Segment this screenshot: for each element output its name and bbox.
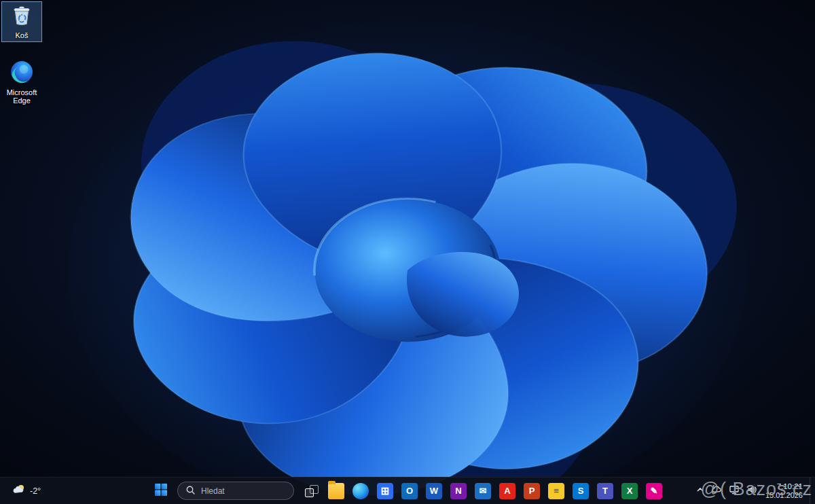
edge-icon [352,483,369,499]
windows-logo-icon [155,484,167,498]
powerpoint-icon: P [524,483,540,499]
taskbar-app-excel[interactable]: X [618,480,641,503]
skype-icon: S [573,483,589,499]
desktop-icons: Koš [1,1,42,107]
desktop-icon-recycle-bin[interactable]: Koš [1,1,42,42]
weather-icon [12,483,26,499]
taskbar-apps: ⊞OWN✉AP≡STX✎ [300,480,666,503]
chevron-up-icon [696,486,704,496]
teams-icon: T [597,483,613,499]
taskbar-app-onenote[interactable]: N [447,480,470,503]
taskbar-right: 7:10:21 15.01.2026 [693,478,815,504]
taskbar-center: ⊞OWN✉AP≡STX✎ [149,478,666,504]
acrobat-icon: A [499,483,515,499]
onenote-icon: N [450,483,467,499]
task-view-icon [304,483,320,499]
weather-widget[interactable]: -2° [7,480,46,503]
weather-temp: -2° [30,486,41,496]
taskbar-app-edge[interactable] [349,480,372,503]
clock[interactable]: 7:10:21 15.01.2026 [761,480,810,503]
start-button[interactable] [149,480,173,503]
network-icon [729,484,740,497]
wallpaper [0,0,815,504]
desktop-icon-label: Microsoft Edge [3,88,40,105]
search-input[interactable] [200,486,281,497]
edge-icon [10,60,34,87]
volume-button[interactable] [743,480,761,502]
taskbar-app-word[interactable]: W [422,480,446,503]
cloud-icon [711,484,722,497]
network-button[interactable] [725,480,743,502]
taskbar-search[interactable] [177,482,294,500]
file-explorer-icon [328,483,344,499]
taskbar-app-sticky-notes[interactable]: ≡ [545,480,568,503]
taskbar-app-skype[interactable]: S [569,480,592,503]
taskbar-app-teams[interactable]: T [594,480,617,503]
clock-time: 7:10:21 [777,482,803,491]
taskbar-app-powerpoint[interactable]: P [520,480,543,503]
taskbar-app-mail[interactable]: ✉ [471,480,494,503]
excel-icon: X [621,483,638,499]
outlook-icon: O [401,483,418,499]
paint-icon: ✎ [646,483,662,499]
desktop: Koš [0,0,815,504]
hidden-icons-button[interactable] [693,480,708,502]
recycle-bin-icon [10,4,33,30]
taskbar-left: -2° [0,478,53,504]
taskbar-app-task-view[interactable] [300,480,323,503]
sticky-notes-icon: ≡ [548,483,564,499]
show-desktop-button[interactable] [810,478,814,504]
taskbar-app-file-explorer[interactable] [325,480,348,503]
taskbar: -2° [0,477,815,504]
desktop-icon-edge[interactable]: Microsoft Edge [1,57,42,107]
search-icon [186,485,195,497]
volume-icon [746,484,757,497]
taskbar-app-store[interactable]: ⊞ [374,480,397,503]
word-icon: W [426,483,442,499]
tray-cloud-button[interactable] [708,480,725,502]
taskbar-app-paint[interactable]: ✎ [642,480,666,503]
taskbar-app-outlook[interactable]: O [398,480,421,503]
desktop-icon-label: Koš [16,31,29,40]
store-icon: ⊞ [377,483,393,499]
mail-icon: ✉ [475,483,491,499]
clock-date: 15.01.2026 [765,491,803,499]
taskbar-app-acrobat[interactable]: A [496,480,519,503]
